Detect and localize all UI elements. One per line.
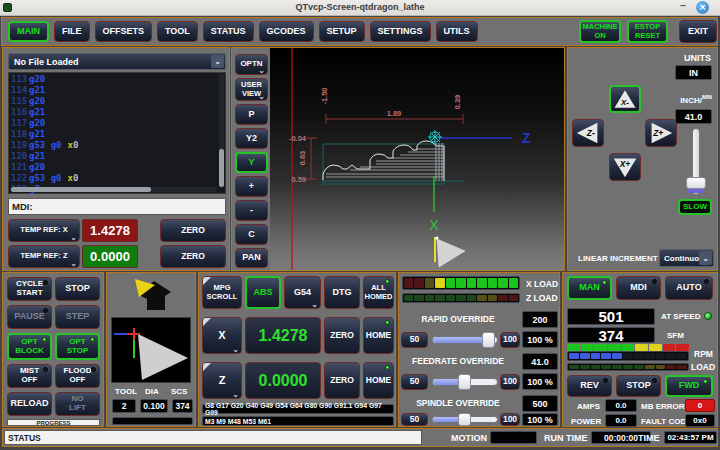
- axis-z-label: Z: [219, 374, 226, 386]
- chevron-down-icon[interactable]: ⌄: [699, 251, 712, 265]
- spindle-slider-handle[interactable]: [458, 413, 471, 426]
- flood-button[interactable]: FLOODOFF: [55, 364, 100, 388]
- temp-ref-x-button[interactable]: TEMP REF: X ⌄: [8, 219, 80, 242]
- meter-segment: [645, 353, 655, 359]
- zoom-out-button[interactable]: -: [235, 200, 268, 221]
- sfm-label: SFM: [667, 331, 684, 340]
- tab[interactable]: UTILS: [436, 21, 478, 42]
- view-y-button[interactable]: Y: [235, 152, 268, 173]
- linear-increment-dropdown[interactable]: Continuous ⌄: [659, 249, 714, 267]
- axis-x-button[interactable]: X ⌄: [202, 317, 242, 354]
- pan-button[interactable]: PAN: [235, 248, 268, 268]
- jog-rate-slider-handle[interactable]: [686, 177, 706, 189]
- rapid-min-button[interactable]: 50: [401, 332, 428, 348]
- feedrate-max-button[interactable]: 100: [500, 374, 520, 390]
- stop-button[interactable]: STOP: [55, 277, 100, 301]
- rapid-override-label: RAPID OVERRIDE: [402, 314, 514, 324]
- temp-ref-z-button[interactable]: TEMP REF: Z ⌄: [8, 245, 80, 268]
- jog-z-minus-button[interactable]: Z-: [572, 119, 604, 147]
- cycle-start-button[interactable]: CYCLESTART: [7, 277, 52, 301]
- man-led: [602, 280, 607, 285]
- feedrate-min-button[interactable]: 50: [401, 374, 428, 390]
- dtg-button[interactable]: DTG: [324, 276, 360, 309]
- cycle-start-led: [43, 280, 48, 285]
- mist-button[interactable]: MISTOFF: [7, 364, 52, 388]
- machine-on-button[interactable]: MACHINE ON: [579, 20, 621, 43]
- feedrate-slider-handle[interactable]: [458, 374, 471, 390]
- tab[interactable]: MAIN: [8, 21, 49, 42]
- svg-text:X-: X-: [620, 98, 629, 107]
- arrow-down-icon: X+: [610, 153, 640, 181]
- units-display: IN: [675, 65, 712, 80]
- g54-button[interactable]: G54 ⌄: [284, 276, 321, 309]
- spindle-stop-button[interactable]: STOP: [616, 375, 661, 397]
- tool-scs-display: 374: [172, 399, 193, 413]
- flood-led: [91, 367, 96, 372]
- estop-reset-button[interactable]: ESTOP RESET: [627, 20, 668, 43]
- gcode-view[interactable]: 113g20 114g21 115g20 116g21 117g20: [8, 72, 226, 194]
- tab[interactable]: SETUP: [319, 21, 365, 42]
- options-button[interactable]: OPTN⌄: [235, 54, 268, 75]
- jog-x-minus-button[interactable]: X-: [609, 85, 641, 113]
- mdi-mode-button[interactable]: MDI: [616, 276, 661, 300]
- file-selector[interactable]: No File Loaded ⌄: [8, 53, 226, 70]
- view-y2-button[interactable]: Y2: [235, 128, 268, 149]
- opt-block-button[interactable]: OPTBLOCK: [7, 333, 52, 360]
- user-view-button[interactable]: USERVIEW⌄: [235, 78, 268, 101]
- spindle-stop-led: [652, 378, 657, 383]
- slow-button[interactable]: SLOW: [678, 199, 712, 215]
- clear-button[interactable]: C: [235, 224, 268, 245]
- zoom-in-button[interactable]: +: [235, 176, 268, 197]
- tab[interactable]: TOOL: [157, 21, 198, 42]
- reload-button[interactable]: RELOAD: [7, 392, 52, 416]
- opt-stop-button[interactable]: OPTSTOP: [55, 333, 100, 360]
- tab[interactable]: GCODES: [259, 21, 314, 42]
- spindle-max-button[interactable]: 100: [500, 413, 520, 426]
- spindle-min-button[interactable]: 50: [401, 413, 428, 426]
- close-button[interactable]: ✕: [696, 1, 709, 14]
- feedrate-min-label: 50: [410, 377, 419, 386]
- all-homed-button[interactable]: ALLHOMED: [363, 276, 394, 309]
- zero-x-dro-button[interactable]: ZERO: [324, 317, 360, 354]
- man-mode-button[interactable]: MAN: [567, 276, 612, 300]
- zero-z-button[interactable]: ZERO: [160, 245, 226, 268]
- spindle-rev-button[interactable]: REV: [567, 375, 612, 397]
- abs-button[interactable]: ABS: [245, 276, 281, 309]
- mpg-scroll-button[interactable]: MPGSCROLL: [202, 276, 242, 309]
- meter-segment: [414, 295, 423, 301]
- vertical-scrollbar[interactable]: [219, 74, 224, 185]
- rapid-slider-handle[interactable]: [482, 332, 495, 348]
- jog-x-plus-button[interactable]: X+: [609, 153, 641, 181]
- horizontal-scrollbar[interactable]: [10, 187, 217, 192]
- zero-z-dro-button[interactable]: ZERO: [324, 362, 360, 399]
- pause-button[interactable]: PAUSE: [7, 305, 52, 329]
- tab[interactable]: FILE: [54, 21, 90, 42]
- chevron-down-icon[interactable]: ⌄: [211, 55, 224, 68]
- horizontal-scrollbar-thumb[interactable]: [11, 187, 151, 192]
- estop-label2: RESET: [635, 32, 660, 40]
- backplot-view[interactable]: 1.89 -1.50 0.39 -0.04 0.63 0.59: [270, 48, 564, 270]
- home-z-led: [385, 365, 390, 370]
- spindle-fwd-button[interactable]: FWD: [665, 375, 713, 397]
- auto-mode-button[interactable]: AUTO: [665, 276, 713, 300]
- minimize-button[interactable]: –: [676, 0, 690, 14]
- tab[interactable]: STATUS: [203, 21, 254, 42]
- view-p-button[interactable]: P: [235, 104, 268, 125]
- home-x-button[interactable]: HOME: [363, 317, 394, 354]
- exit-button[interactable]: EXIT: [679, 20, 717, 43]
- no-lift-button[interactable]: NOLIFT: [55, 392, 100, 416]
- mdi-input[interactable]: MDI:: [8, 198, 226, 215]
- tab[interactable]: OFFSETS: [95, 21, 153, 42]
- zero-x-button[interactable]: ZERO: [160, 219, 226, 242]
- tab[interactable]: SETTINGS: [370, 21, 431, 42]
- all-homed-label2: HOMED: [365, 293, 393, 301]
- axis-z-button[interactable]: Z ⌄: [202, 362, 242, 399]
- vertical-scrollbar-thumb[interactable]: [219, 149, 224, 187]
- home-z-button[interactable]: HOME: [363, 362, 394, 399]
- rapid-max-button[interactable]: 100: [500, 332, 520, 348]
- meter-segment: [666, 365, 676, 369]
- step-button[interactable]: STEP: [55, 305, 100, 329]
- jog-z-plus-button[interactable]: Z+: [645, 119, 677, 147]
- sfm-display: 374: [567, 327, 655, 343]
- feedrate-override-value: 41.0: [531, 357, 549, 367]
